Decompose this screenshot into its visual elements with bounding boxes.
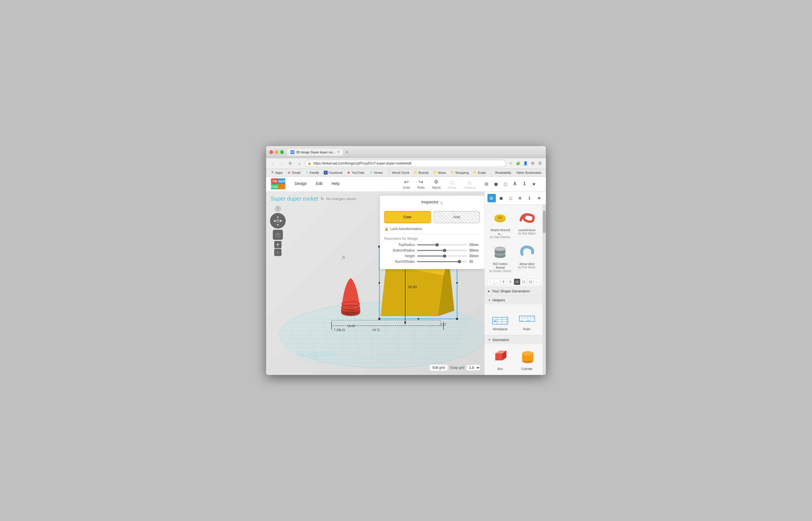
bookmark-gmail[interactable]: M Gmail — [286, 170, 302, 175]
param-topradius-slider[interactable] — [417, 244, 467, 245]
canvas-help-button[interactable]: ? — [275, 206, 281, 212]
panel-star-icon[interactable]: ★ — [535, 194, 543, 202]
geometric-box-thumb — [491, 349, 510, 366]
star-icon[interactable]: ★ — [530, 180, 538, 188]
helper-workplane[interactable]: W Workplane — [487, 307, 514, 333]
panel-text-icon[interactable]: A — [516, 194, 524, 202]
nav-help[interactable]: Help — [327, 177, 344, 191]
tinkercad-logo[interactable]: TIN KER CAD — [271, 178, 286, 190]
pagination-row: ‹ ... 8 9 10 11 12 › — [484, 277, 543, 287]
window-controls — [269, 150, 284, 154]
view-cube-button[interactable] — [273, 230, 283, 240]
helpers-section[interactable]: ▼ Helpers — [484, 295, 543, 304]
home-button[interactable]: ⌂ — [296, 160, 303, 167]
helper-ruler[interactable]: mm mmm Ruler — [514, 307, 541, 333]
opera-icon[interactable]: O — [530, 160, 536, 166]
param-height-slider[interactable] — [417, 255, 467, 256]
bookmark-worldclock[interactable]: 🕐 World Clock — [386, 170, 411, 175]
address-bar[interactable] — [305, 160, 506, 167]
bookmark-boards[interactable]: 📁 Boards — [412, 170, 430, 175]
menu-icon[interactable]: ☰ — [537, 160, 543, 166]
zoom-in-button[interactable]: + — [274, 241, 281, 248]
bookmark-feedly[interactable]: f Feedly — [303, 170, 321, 175]
scrollbar-thumb[interactable] — [543, 211, 546, 233]
sync-icon[interactable]: ↻ — [320, 196, 324, 201]
geometric-section[interactable]: ▼ Geometric — [484, 335, 543, 344]
geometric-box[interactable]: Box — [487, 346, 514, 373]
bookmarks-bar: ⠿ Apps M Gmail f Feedly f Facebook ▶ You… — [266, 169, 546, 177]
nav-design[interactable]: Design — [290, 177, 311, 191]
shape-generators-section[interactable]: ▶ Your Shape Generators — [484, 287, 543, 295]
bookmark-facebook[interactable]: f Facebook — [322, 170, 344, 175]
extensions-icon[interactable]: 🧩 — [515, 160, 521, 166]
bookmark-vimeo[interactable]: V Vimeo — [367, 170, 384, 175]
helper-ruler-thumb: mm mmm — [517, 310, 537, 326]
shape-curved-torus[interactable]: curved torus by Rob Walch — [514, 207, 541, 241]
bookmark-shopping[interactable]: 📁 Shopping — [449, 170, 471, 175]
back-button[interactable]: ‹ — [269, 160, 276, 167]
feedly-icon: f — [305, 171, 309, 175]
geometric-cylinder[interactable]: Cylinder — [514, 346, 541, 373]
panel-wireframe-icon[interactable]: ◻ — [506, 194, 515, 202]
edit-grid-button[interactable]: Edit grid — [429, 364, 448, 371]
text-icon[interactable]: A — [511, 180, 519, 188]
param-numofsides-slider[interactable] — [417, 261, 467, 262]
reload-button[interactable]: ↻ — [287, 160, 294, 167]
bookmark-news[interactable]: 📁 News — [431, 170, 448, 175]
forward-button[interactable]: › — [278, 160, 285, 167]
active-tab[interactable]: 3D 3D design Super duper roc... ✕ — [287, 149, 343, 156]
panel-cube-icon[interactable]: ◼ — [497, 194, 505, 202]
page-9[interactable]: 9 — [507, 279, 514, 285]
page-8[interactable]: 8 — [501, 279, 507, 285]
page-prev-icon[interactable]: ‹ — [487, 279, 493, 285]
bookmark-gmail-label: Gmail — [292, 171, 300, 174]
other-bookmarks[interactable]: Other Bookmarks — [515, 171, 543, 175]
number-icon[interactable]: 1 — [520, 180, 528, 188]
color-button[interactable]: Color — [384, 211, 431, 223]
svg-text:-7.57: -7.57 — [439, 323, 446, 326]
adjust-button[interactable]: ⚙ Adjust — [429, 177, 444, 191]
profile-icon[interactable]: 👤 — [522, 160, 528, 166]
close-button[interactable] — [269, 150, 273, 154]
redo-label: Redo — [417, 186, 425, 189]
wireframe-icon[interactable]: ◻ — [501, 180, 510, 188]
hole-button[interactable]: Hole — [434, 211, 480, 223]
bookmark-star-icon[interactable]: ☆ — [508, 160, 514, 166]
group-label: Group — [448, 186, 456, 189]
bookmark-explo[interactable]: 📁 Explo — [472, 170, 488, 175]
panel-grid-icon[interactable]: ⊞ — [488, 194, 496, 202]
bookmark-youtube[interactable]: ▶ YouTube — [345, 170, 366, 175]
new-tab-button[interactable]: + — [344, 149, 350, 156]
page-10[interactable]: 10 — [514, 279, 520, 285]
scrollbar[interactable] — [543, 205, 546, 375]
inspector-help-icon[interactable]: ? — [441, 201, 443, 206]
cube-icon[interactable]: ◼ — [492, 180, 500, 188]
page-11[interactable]: 11 — [521, 279, 527, 285]
panel-number-icon[interactable]: 1 — [525, 194, 534, 202]
param-bottomradius-slider[interactable] — [417, 250, 467, 251]
ungroup-button[interactable]: △ Ungroup — [460, 177, 479, 191]
logo-a — [278, 184, 285, 189]
bookmark-apps[interactable]: ⠿ Apps — [269, 170, 284, 175]
redo-button[interactable]: ↪ Redo — [414, 177, 428, 191]
snap-grid-select[interactable]: 1.0 0.5 2.0 — [466, 365, 480, 371]
page-12[interactable]: 12 — [527, 279, 534, 285]
grid-view-icon[interactable]: ⊞ — [482, 180, 491, 188]
canvas-area[interactable]: Super duper rocket ↻ All changes saved ?… — [266, 192, 484, 375]
bookmark-readability[interactable]: 📄 Readability — [489, 170, 513, 175]
maximize-button[interactable] — [280, 150, 284, 154]
minimize-button[interactable] — [275, 150, 278, 154]
snap-grid-row: Snap grid 1.0 0.5 2.0 — [450, 365, 480, 371]
nav-edit[interactable]: Edit — [311, 177, 327, 191]
page-next-icon[interactable]: › — [534, 279, 540, 285]
compass-control[interactable]: ◀ ⊕ ▶ — [270, 213, 286, 229]
project-title-bar: Super duper rocket ↻ All changes saved — [271, 196, 356, 202]
zoom-out-button[interactable]: - — [274, 249, 281, 256]
tab-close-icon[interactable]: ✕ — [337, 150, 340, 154]
shape-hearts[interactable]: Hearts Around a... by Kate Downey — [487, 207, 514, 241]
geometric-cylinder-thumb — [517, 349, 537, 366]
undo-button[interactable]: ↩ Undo — [399, 177, 413, 191]
shape-iso-thread[interactable]: ISO metric thread by Gustav Olsson — [487, 241, 514, 275]
shape-donut-slice[interactable]: donut slice by Rob Walch — [514, 241, 541, 275]
group-button[interactable]: △ Group — [444, 177, 460, 191]
